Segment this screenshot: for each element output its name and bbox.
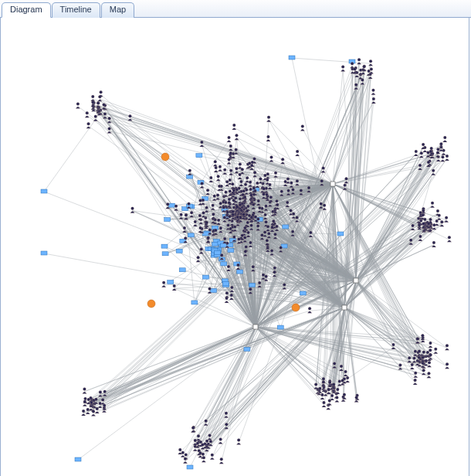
person-node[interactable] [445, 155, 449, 161]
person-node[interactable] [219, 457, 224, 464]
attribute-node[interactable] [210, 288, 216, 292]
svg-point-1781 [369, 60, 372, 63]
svg-line-1157 [78, 107, 344, 308]
attribute-node[interactable] [162, 252, 168, 256]
person-node[interactable] [432, 241, 436, 247]
person-node[interactable] [214, 166, 219, 172]
attribute-node[interactable] [161, 244, 168, 248]
diagram-viewport[interactable] [0, 18, 469, 476]
svg-point-1547 [301, 124, 304, 128]
attribute-node[interactable] [187, 465, 193, 469]
person-node[interactable] [93, 115, 98, 121]
person-node[interactable] [371, 97, 376, 104]
person-node[interactable] [227, 136, 232, 142]
person-node[interactable] [439, 220, 444, 226]
person-node[interactable] [320, 393, 325, 400]
attribute-node[interactable] [41, 189, 47, 193]
attribute-node[interactable] [164, 218, 171, 222]
person-node[interactable] [357, 58, 361, 64]
person-node[interactable] [189, 211, 194, 217]
person-node[interactable] [216, 175, 221, 181]
person-node[interactable] [218, 165, 222, 172]
attribute-node[interactable] [249, 283, 255, 287]
attribute-node[interactable] [202, 275, 208, 279]
person-node[interactable] [236, 439, 241, 445]
person-node[interactable] [266, 135, 271, 141]
person-node[interactable] [222, 168, 227, 175]
person-node[interactable] [269, 155, 274, 162]
attribute-node[interactable] [300, 291, 306, 295]
person-node[interactable] [361, 79, 365, 85]
attribute-node[interactable] [196, 154, 202, 158]
person-node[interactable] [313, 383, 318, 389]
network-graph[interactable] [1, 18, 469, 475]
person-node[interactable] [371, 89, 376, 95]
attribute-node[interactable] [215, 250, 221, 254]
svg-point-1701 [426, 351, 429, 354]
person-node[interactable] [430, 202, 435, 208]
svg-point-1360 [230, 294, 233, 297]
hub-node[interactable] [253, 325, 258, 329]
person-node[interactable] [410, 363, 415, 369]
attribute-node[interactable] [75, 457, 81, 461]
attribute-node[interactable] [237, 270, 243, 274]
person-node[interactable] [429, 342, 433, 348]
attribute-node[interactable] [212, 243, 218, 246]
hub-node[interactable] [330, 182, 335, 186]
person-node[interactable] [90, 95, 95, 101]
svg-line-1114 [202, 327, 256, 447]
highlight-node[interactable] [292, 304, 300, 311]
attribute-node[interactable] [289, 56, 295, 60]
person-node[interactable] [431, 169, 435, 175]
svg-point-1550 [222, 206, 225, 209]
person-node[interactable] [300, 124, 305, 131]
hub-node[interactable] [342, 305, 347, 310]
person-node[interactable] [86, 122, 91, 128]
attribute-node[interactable] [221, 262, 227, 266]
person-node[interactable] [219, 437, 223, 444]
person-node[interactable] [368, 60, 373, 66]
attribute-node[interactable] [228, 248, 234, 252]
person-node[interactable] [422, 369, 426, 375]
person-node[interactable] [196, 434, 201, 440]
attribute-node[interactable] [283, 225, 289, 229]
person-node[interactable] [210, 454, 215, 460]
tab-map[interactable]: Map [101, 2, 134, 18]
person-node[interactable] [232, 124, 236, 130]
svg-point-1776 [422, 143, 425, 146]
attribute-node[interactable] [169, 203, 175, 207]
attribute-node[interactable] [188, 233, 194, 237]
person-node[interactable] [188, 169, 192, 175]
tab-timeline[interactable]: Timeline [52, 2, 100, 18]
attribute-node[interactable] [244, 347, 250, 351]
highlight-node[interactable] [161, 153, 169, 161]
person-node[interactable] [442, 136, 447, 142]
attribute-node[interactable] [41, 251, 47, 255]
person-node[interactable] [418, 164, 422, 170]
tab-diagram[interactable]: Diagram [2, 2, 51, 18]
person-node[interactable] [76, 103, 80, 109]
attribute-node[interactable] [176, 249, 182, 253]
attribute-node[interactable] [277, 325, 283, 329]
person-node[interactable] [130, 207, 135, 213]
attribute-node[interactable] [191, 301, 198, 304]
person-node[interactable] [444, 216, 449, 223]
person-node[interactable] [235, 134, 239, 140]
person-node[interactable] [280, 158, 285, 164]
person-node[interactable] [427, 361, 432, 367]
attribute-node[interactable] [337, 232, 344, 236]
hub-node[interactable] [354, 278, 358, 283]
person-node[interactable] [341, 65, 345, 71]
person-node[interactable] [295, 150, 300, 156]
person-node[interactable] [229, 144, 233, 151]
person-node[interactable] [172, 284, 177, 291]
svg-point-1535 [229, 144, 232, 148]
person-node[interactable] [307, 307, 312, 313]
person-node[interactable] [266, 116, 271, 122]
attribute-node[interactable] [222, 282, 229, 286]
person-node[interactable] [427, 372, 432, 378]
attribute-node[interactable] [179, 268, 185, 272]
highlight-node[interactable] [147, 300, 155, 308]
person-node[interactable] [414, 150, 418, 156]
attribute-node[interactable] [168, 280, 174, 284]
